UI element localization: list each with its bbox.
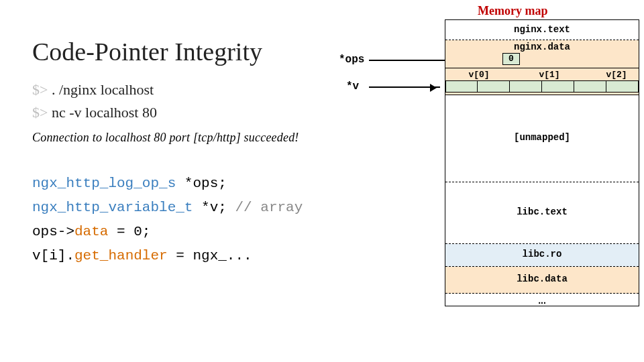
cell <box>606 80 639 93</box>
region-libc-data: libc.data <box>445 267 639 294</box>
arrow-v <box>369 86 440 88</box>
connection-msg: Connection to localhost 80 port [tcp/htt… <box>32 131 408 145</box>
code-text: ops-> <box>32 224 74 239</box>
cell <box>445 80 478 93</box>
code-line-2: ngx_http_variable_t *v; // array <box>32 196 408 220</box>
region-label: libc.ro <box>445 249 639 259</box>
cell-ops-zero: 0 <box>502 53 520 65</box>
field-token: get_handler <box>74 248 168 263</box>
prompt: $> <box>32 104 52 121</box>
memory-map-title: Memory map <box>478 4 547 18</box>
code-block: ngx_http_log_op_s *ops; ngx_http_variabl… <box>32 172 408 268</box>
ops-cell-row: 0 <box>502 53 520 65</box>
shell-line-2: $> nc -v localhost 80 <box>32 101 408 124</box>
region-unmapped: [unmapped] <box>445 95 639 182</box>
region-label: [unmapped] <box>445 132 639 143</box>
region-nginx-text: nginx.text <box>445 20 639 40</box>
region-ellipsis: ... <box>445 294 639 306</box>
code-text: v[i]. <box>32 248 74 263</box>
region-label: libc.data <box>445 274 639 284</box>
v2-label: v[2] <box>596 70 637 80</box>
v-cells-row <box>445 80 639 93</box>
code-line-4: v[i].get_handler = ngx_... <box>32 244 408 268</box>
cell <box>478 80 510 93</box>
v-pointer-label: *v <box>346 80 359 93</box>
comment: // array <box>235 200 303 215</box>
region-libc-ro: libc.ro <box>445 244 639 267</box>
field-token: data <box>74 224 108 239</box>
cell <box>510 80 542 93</box>
type-token: ngx_http_variable_t <box>32 200 193 215</box>
left-column: Code-Pointer Integrity $> . /nginx local… <box>32 37 408 268</box>
memory-column: nginx.text nginx.data 0 v[0] v[1] v[2] [… <box>445 19 639 306</box>
cmd-2: nc -v localhost 80 <box>52 104 157 121</box>
v1-label: v[1] <box>529 70 570 80</box>
code-text: *ops; <box>176 176 227 191</box>
code-text: = 0; <box>108 224 150 239</box>
code-line-1: ngx_http_log_op_s *ops; <box>32 172 408 196</box>
cell <box>574 80 606 93</box>
cell <box>542 80 574 93</box>
type-token: ngx_http_log_op_s <box>32 176 176 191</box>
region-label: nginx.data <box>445 42 639 52</box>
region-v-array: v[0] v[1] v[2] <box>445 68 639 95</box>
v0-label: v[0] <box>459 70 499 80</box>
ops-pointer-label: *ops <box>339 54 364 66</box>
code-text: *v; <box>193 200 235 215</box>
code-line-3: ops->data = 0; <box>32 220 408 244</box>
region-label: nginx.text <box>445 24 639 35</box>
prompt: $> <box>32 81 52 98</box>
region-label: libc.text <box>445 206 639 217</box>
region-nginx-data: nginx.data 0 <box>445 40 639 68</box>
region-libc-text: libc.text <box>445 182 639 244</box>
code-text: = ngx_... <box>168 248 252 263</box>
cmd-1: . /nginx localhost <box>52 81 154 98</box>
